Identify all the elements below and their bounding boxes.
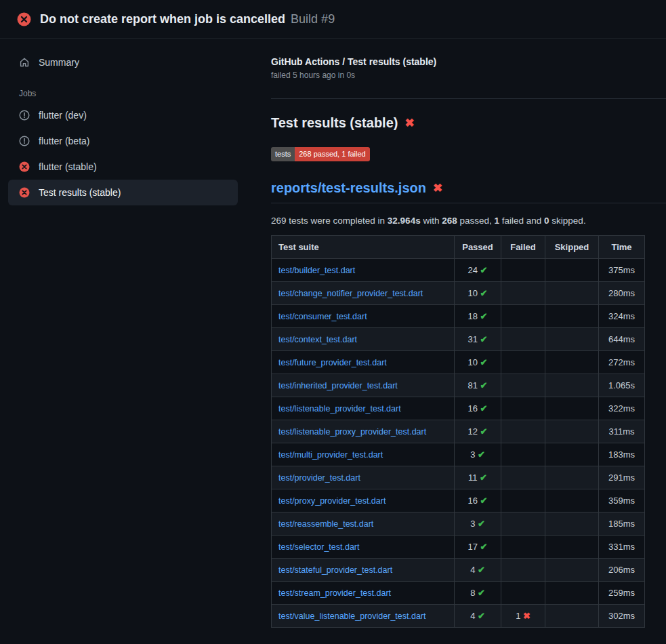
check-icon: ✔ xyxy=(480,334,488,344)
passed-cell: 10 ✔ xyxy=(455,351,501,374)
failed-cell xyxy=(501,374,545,397)
check-icon: ✔ xyxy=(480,311,488,321)
failed-cell xyxy=(501,582,545,605)
test-suite-link[interactable]: test/listenable_provider_test.dart xyxy=(278,404,401,414)
jobs-heading: Jobs xyxy=(8,89,271,98)
test-suite-link[interactable]: test/change_notifier_provider_test.dart xyxy=(278,289,423,298)
sidebar-item-label: flutter (stable) xyxy=(39,161,97,172)
skipped-cell xyxy=(545,305,599,328)
test-suite-link[interactable]: test/inherited_provider_test.dart xyxy=(278,381,398,390)
badge-value: 268 passed, 1 failed xyxy=(295,147,369,161)
breadcrumb: GitHub Actions / Test results (stable) xyxy=(271,55,666,68)
time-cell: 331ms xyxy=(599,536,645,559)
passed-cell: 3 ✔ xyxy=(455,512,501,536)
skipped-cell xyxy=(545,512,599,536)
sidebar-item-summary[interactable]: Summary xyxy=(8,49,238,75)
table-row: test/listenable_provider_test.dart16 ✔32… xyxy=(272,397,645,420)
sidebar-item-label: flutter (beta) xyxy=(39,136,89,146)
sidebar-item-flutter-beta[interactable]: flutter (beta) xyxy=(8,128,238,154)
table-row: test/proxy_provider_test.dart16 ✔359ms xyxy=(272,489,645,512)
test-suite-link[interactable]: test/listenable_proxy_provider_test.dart xyxy=(278,427,426,437)
sidebar-item-flutter-stable[interactable]: flutter (stable) xyxy=(8,154,238,180)
col-skipped: Skipped xyxy=(545,236,599,259)
skipped-cell xyxy=(545,282,599,305)
x-circle-icon xyxy=(19,161,30,172)
time-cell: 259ms xyxy=(599,582,645,605)
time-cell: 291ms xyxy=(599,466,645,489)
col-time: Time xyxy=(599,236,645,259)
table-row: test/value_listenable_provider_test.dart… xyxy=(272,605,645,628)
col-test-suite: Test suite xyxy=(272,236,455,259)
summary-passed: 268 xyxy=(442,216,457,226)
summary-line: 269 tests were completed in 32.964s with… xyxy=(271,216,666,226)
test-suite-link[interactable]: test/reassemble_test.dart xyxy=(278,519,373,529)
passed-cell: 12 ✔ xyxy=(455,420,501,443)
test-suite-link[interactable]: test/future_provider_test.dart xyxy=(278,358,387,367)
failed-cell xyxy=(501,351,545,374)
test-results-table: Test suite Passed Failed Skipped Time te… xyxy=(271,235,645,628)
skipped-cell xyxy=(545,582,599,605)
failed-cell xyxy=(501,282,545,305)
skipped-cell xyxy=(545,443,599,466)
time-cell: 206ms xyxy=(599,559,645,582)
failed-cell xyxy=(501,536,545,559)
skipped-cell xyxy=(545,466,599,489)
test-suite-link[interactable]: test/context_test.dart xyxy=(278,335,357,344)
time-cell: 185ms xyxy=(599,512,645,536)
skipped-cell xyxy=(545,351,599,374)
sidebar-item-flutter-dev[interactable]: flutter (dev) xyxy=(8,102,238,128)
summary-failed: 1 xyxy=(495,216,500,226)
passed-cell: 10 ✔ xyxy=(455,282,501,305)
time-cell: 375ms xyxy=(599,259,645,282)
passed-cell: 16 ✔ xyxy=(455,489,501,512)
report-link[interactable]: reports/test-results.json xyxy=(271,180,426,196)
skipped-cell xyxy=(545,328,599,351)
check-icon: ✔ xyxy=(478,588,485,598)
test-suite-link[interactable]: test/multi_provider_test.dart xyxy=(278,450,383,460)
check-icon: ✔ xyxy=(480,380,488,390)
divider xyxy=(271,98,666,99)
test-suite-link[interactable]: test/stream_provider_test.dart xyxy=(278,588,391,598)
test-suite-link[interactable]: test/selector_test.dart xyxy=(278,542,360,552)
sidebar-item-label: Test results (stable) xyxy=(39,187,121,198)
test-suite-link[interactable]: test/value_listenable_provider_test.dart xyxy=(278,611,426,621)
summary-skipped: 0 xyxy=(544,216,549,226)
passed-cell: 31 ✔ xyxy=(455,328,501,351)
status-line: failed 5 hours ago in 0s xyxy=(271,71,666,80)
col-passed: Passed xyxy=(455,236,501,259)
test-suite-link[interactable]: test/provider_test.dart xyxy=(278,473,360,483)
neutral-status-icon xyxy=(19,110,30,121)
skipped-cell xyxy=(545,259,599,282)
check-icon: ✔ xyxy=(480,357,488,367)
passed-cell: 4 ✔ xyxy=(455,559,501,582)
table-row: test/consumer_test.dart18 ✔324ms xyxy=(272,305,645,328)
passed-cell: 24 ✔ xyxy=(455,259,501,282)
build-title: Do not create report when job is cancell… xyxy=(40,12,285,26)
test-suite-link[interactable]: test/stateful_provider_test.dart xyxy=(278,565,392,575)
x-icon: ✖ xyxy=(523,611,530,621)
skipped-cell xyxy=(545,605,599,628)
table-row: test/provider_test.dart11 ✔291ms xyxy=(272,466,645,489)
home-icon xyxy=(19,57,30,68)
time-cell: 1.065s xyxy=(599,374,645,397)
check-icon: ✔ xyxy=(478,449,485,460)
table-header-row: Test suite Passed Failed Skipped Time xyxy=(272,236,645,259)
test-suite-link[interactable]: test/consumer_test.dart xyxy=(278,312,367,321)
sidebar-item-test-results-stable[interactable]: Test results (stable) xyxy=(8,180,238,205)
check-icon: ✔ xyxy=(478,565,485,575)
failed-cell: 1 ✖ xyxy=(501,605,545,628)
x-circle-icon xyxy=(17,12,31,26)
table-row: test/multi_provider_test.dart3 ✔183ms xyxy=(272,443,645,466)
passed-cell: 16 ✔ xyxy=(455,397,501,420)
neutral-status-icon xyxy=(19,136,30,146)
failed-cell xyxy=(501,443,545,466)
failed-cell xyxy=(501,259,545,282)
check-icon: ✔ xyxy=(480,496,488,506)
table-row: test/listenable_proxy_provider_test.dart… xyxy=(272,420,645,443)
test-suite-link[interactable]: test/proxy_provider_test.dart xyxy=(278,496,386,506)
time-cell: 324ms xyxy=(599,305,645,328)
table-row: test/future_provider_test.dart10 ✔272ms xyxy=(272,351,645,374)
test-suite-link[interactable]: test/builder_test.dart xyxy=(278,266,355,275)
skipped-cell xyxy=(545,420,599,443)
sidebar: Summary Jobs flutter (dev) flutter (beta… xyxy=(0,39,271,644)
